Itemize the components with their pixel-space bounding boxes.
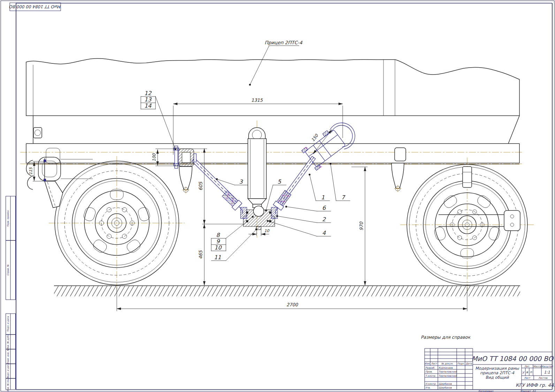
callout-10: 10 — [214, 244, 222, 251]
tb-name-ncontr: Щербаков — [439, 383, 452, 385]
reference-note: Размеры для справок — [421, 335, 471, 340]
tb-kopiroval: Копировал — [478, 390, 494, 392]
tb-row-tcontr: Т.контр. — [425, 375, 436, 377]
margin-label-inv-podl: Инв. № подл. — [7, 376, 9, 392]
callout-1: 1 — [321, 194, 325, 201]
tb-label-sheets: Листов — [538, 377, 548, 379]
tb-label-mass: Масса — [533, 365, 541, 368]
tb-head-podp: Подп. — [457, 362, 464, 365]
tb-row-ncontr: Н.контр. — [425, 383, 436, 385]
dim-465: 465 — [198, 250, 203, 259]
margin-label-podp1: Подп. и дата — [7, 316, 9, 332]
tb-format-label: Формат — [520, 390, 531, 392]
tb-org: КГУ ИФФ гр. 441 — [516, 382, 555, 388]
callout-6: 6 — [322, 205, 326, 211]
margin-column: Перв. примен. Справ. № Подп. и дата Инв.… — [6, 196, 16, 392]
corner-stamp: МиО ТТ 1084 00 000 ВО — [9, 3, 61, 11]
callout-12: 12 — [144, 90, 152, 97]
margin-label-sprav: Справ. № — [7, 264, 9, 276]
tb-row-utv: Утв. — [425, 386, 431, 389]
tb-scale-value: 1:1 — [544, 370, 550, 375]
callout-13: 13 — [144, 96, 152, 103]
ball-support-block — [241, 206, 278, 230]
dim-2700: 2700 — [286, 302, 298, 307]
tb-head-izm: Изм. — [425, 362, 430, 365]
ground — [54, 286, 520, 297]
callout-5: 5 — [278, 178, 281, 185]
tb-title-line1: Модернизация рамы — [475, 366, 519, 371]
dim-970: 970 — [359, 221, 364, 231]
trailer-body — [26, 59, 519, 144]
corner-stamp-number: МиО ТТ 1084 00 000 ВО — [9, 4, 61, 9]
tb-lit3: п — [530, 370, 532, 374]
trailer-drawing: 1315 2700 970 605 465 100 115 10 150 — [0, 0, 555, 392]
dim-115: 115 — [29, 167, 33, 175]
tb-row-razrab: Разраб. — [425, 367, 435, 369]
tb-name-razrab: Курманаев — [439, 367, 453, 369]
margin-label-inv-dubl: Инв. № дубл. — [7, 334, 9, 349]
callout-3: 3 — [239, 178, 243, 185]
tb-row-prov: Пров. — [425, 370, 432, 373]
margin-label-perv: Перв. примен. — [7, 210, 9, 227]
tb-name-tcontr: Терпиловский — [439, 375, 457, 377]
left-mount-bracket — [174, 146, 196, 168]
drawing-sheet: 1315 2700 970 605 465 100 115 10 150 — [0, 0, 555, 392]
tb-head-list: Лист — [431, 362, 438, 365]
frame-rails — [26, 144, 519, 164]
callout-11: 11 — [214, 254, 221, 261]
tb-head-date: Дата — [466, 362, 472, 365]
tb-head-doc: № докум. — [441, 362, 454, 365]
tb-label-sheet: Лист — [524, 377, 531, 379]
dim-605: 605 — [198, 182, 203, 191]
callout-2: 2 — [322, 216, 326, 223]
trailer-label: Прицеп 2ПТС-4 — [265, 40, 302, 45]
callout-14: 14 — [144, 102, 152, 109]
tb-name-prov: Терпиловский — [439, 370, 457, 373]
tb-name-utv: Щербаков — [439, 386, 452, 389]
dim-150: 150 — [310, 133, 319, 143]
tb-format-value: А1 — [532, 390, 536, 392]
hydraulic-cylinder — [248, 128, 266, 210]
tb-doc-number: МиО ТТ 1084 00 000 ВО — [472, 355, 554, 362]
dim-100: 100 — [152, 153, 157, 161]
tb-label-scale: Масштаб — [541, 365, 553, 368]
sheet-frame — [1, 1, 554, 391]
margin-label-vzam: Взам. инв. № — [7, 349, 9, 364]
dimensions: 1315 2700 970 605 465 100 115 10 150 — [29, 98, 467, 311]
callout-9: 9 — [216, 238, 220, 245]
left-spring-hanger — [179, 167, 192, 193]
tb-title-line3: Вид общий — [486, 375, 509, 380]
tb-label-lit: Лит. — [524, 365, 530, 368]
callout-8: 8 — [216, 232, 220, 238]
tb-title-line2: прицепа 2ПТС-4 — [480, 370, 515, 375]
front-hitch — [26, 128, 93, 208]
title-block: МиО ТТ 1084 00 000 ВО Модернизация рамы … — [425, 348, 555, 392]
dim-10: 10 — [264, 229, 269, 233]
tb-lit2: в — [526, 370, 528, 374]
tb-lit1: у — [522, 370, 525, 374]
callout-7: 7 — [341, 194, 345, 201]
rear-gear — [391, 148, 520, 231]
callout-4: 4 — [322, 230, 326, 236]
dim-1315: 1315 — [251, 98, 263, 103]
